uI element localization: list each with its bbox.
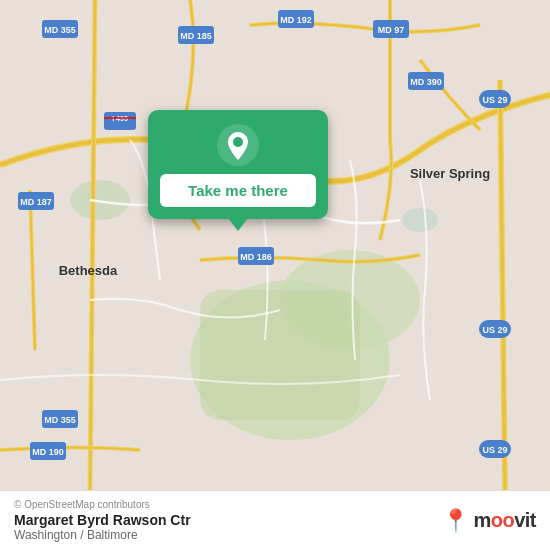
svg-text:US 29: US 29: [482, 95, 507, 105]
take-me-there-button[interactable]: Take me there: [160, 174, 316, 207]
svg-rect-3: [200, 290, 360, 420]
svg-text:MD 355: MD 355: [44, 25, 76, 35]
svg-point-4: [70, 180, 130, 220]
svg-point-5: [402, 208, 438, 232]
moovit-pin-icon: 📍: [442, 508, 469, 534]
bottom-left-info: © OpenStreetMap contributors Margaret By…: [14, 499, 191, 542]
bottom-bar: © OpenStreetMap contributors Margaret By…: [0, 490, 550, 550]
moovit-logo: 📍 moovit: [442, 508, 536, 534]
svg-text:US 29: US 29: [482, 325, 507, 335]
location-pin-icon: [217, 124, 259, 166]
location-subtitle: Washington / Baltimore: [14, 528, 191, 542]
svg-text:US 29: US 29: [482, 445, 507, 455]
svg-text:MD 97: MD 97: [378, 25, 405, 35]
svg-text:MD 187: MD 187: [20, 197, 52, 207]
svg-text:MD 186: MD 186: [240, 252, 272, 262]
svg-text:MD 190: MD 190: [32, 447, 64, 457]
svg-point-36: [233, 137, 243, 147]
svg-text:MD 390: MD 390: [410, 77, 442, 87]
popup-card: Take me there: [148, 110, 328, 219]
location-title: Margaret Byrd Rawson Ctr: [14, 512, 191, 528]
svg-text:MD 355: MD 355: [44, 415, 76, 425]
moovit-text: moovit: [473, 509, 536, 532]
svg-text:MD 192: MD 192: [280, 15, 312, 25]
osm-attribution: © OpenStreetMap contributors: [14, 499, 191, 510]
svg-text:MD 185: MD 185: [180, 31, 212, 41]
map-container: MD 355 MD 355 MD 185 MD 192 MD 97 MD 390…: [0, 0, 550, 490]
svg-text:Bethesda: Bethesda: [59, 263, 118, 278]
svg-text:Silver Spring: Silver Spring: [410, 166, 490, 181]
